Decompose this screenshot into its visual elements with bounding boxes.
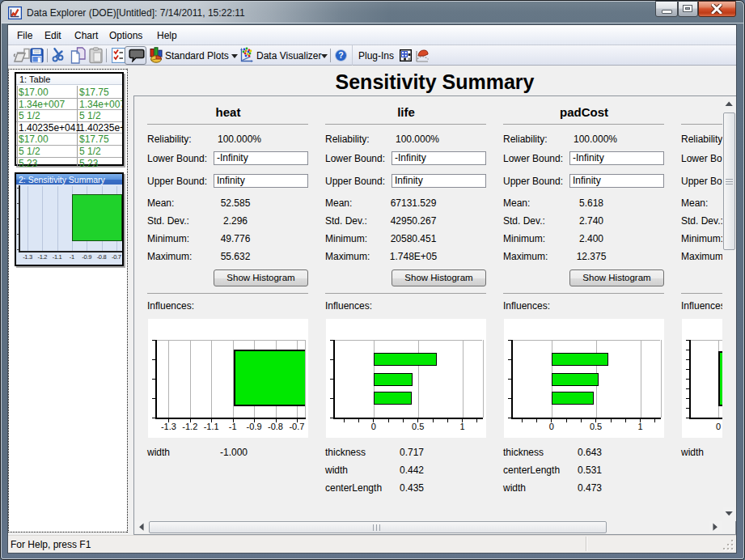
svg-text:?: ?	[338, 50, 343, 60]
